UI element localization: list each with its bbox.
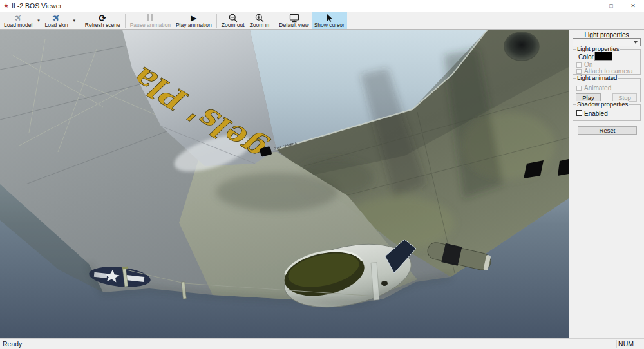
pause-animation-button: Pause animation	[128, 12, 173, 29]
default-view-button[interactable]: Default view	[276, 12, 311, 29]
animated-group-title: Light animated	[576, 75, 618, 81]
wing-root-shadow	[216, 173, 338, 211]
zoom-out-button[interactable]: Zoom out	[219, 12, 247, 29]
window-title: IL-2 BOS Viewer	[12, 2, 62, 10]
shadow-properties-group: Shadow properties Enabled	[573, 104, 641, 121]
load-model-button[interactable]: ✈ Load model	[1, 12, 35, 29]
shadow-enabled-label: Enabled	[584, 110, 608, 117]
fuselage-port	[381, 281, 388, 286]
statusbar: Ready NUM	[0, 338, 644, 349]
pause-icon	[146, 14, 154, 23]
app-icon: ★	[3, 3, 9, 9]
num-lock-indicator: NUM	[618, 340, 634, 348]
zoom-out-label: Zoom out	[222, 23, 245, 28]
play-animation-button[interactable]: ▶ Play animation	[173, 12, 214, 29]
shadow-enabled-checkbox[interactable]	[576, 110, 582, 116]
toolbar-separator	[125, 14, 126, 28]
toolbar-separator	[274, 14, 274, 28]
close-icon[interactable]: ✕	[622, 0, 644, 12]
default-view-label: Default view	[279, 23, 308, 28]
light-animated-group: Light animated Animated Play Stop	[573, 78, 641, 102]
window-controls: — □ ✕	[578, 0, 644, 12]
statusbar-divider	[616, 340, 617, 348]
chevron-down-icon	[634, 41, 638, 44]
titlebar: ★ IL-2 BOS Viewer — □ ✕	[0, 0, 644, 12]
model-viewport[interactable]: gels' Pla GUN CAMERA	[0, 30, 569, 338]
refresh-scene-label: Refresh scene	[85, 23, 120, 28]
zoom-in-icon	[255, 14, 264, 23]
viewport-scene: gels' Pla GUN CAMERA	[0, 30, 569, 338]
load-skin-button[interactable]: ✈ Load skin	[42, 12, 70, 29]
cursor-icon	[325, 14, 333, 23]
animated-label: Animated	[584, 84, 611, 91]
maximize-icon[interactable]: □	[600, 0, 622, 12]
animated-checkbox	[576, 86, 582, 91]
play-animation-label: Play animation	[176, 23, 212, 28]
shadow-group-title: Shadow properties	[576, 101, 629, 108]
attach-to-camera-checkbox	[576, 69, 582, 74]
zoom-out-icon	[229, 14, 238, 23]
main-area: gels' Pla GUN CAMERA	[0, 30, 644, 338]
zoom-in-button[interactable]: Zoom in	[247, 12, 272, 29]
load-model-dropdown-icon[interactable]: ▾	[35, 12, 42, 29]
light-properties-panel: Light properties Light properties Color …	[569, 30, 644, 338]
monitor-icon	[289, 14, 299, 23]
light-properties-group: Light properties Color On Attach to came…	[573, 49, 641, 75]
reset-button[interactable]: Reset	[578, 126, 637, 135]
show-cursor-button[interactable]: Show cursor	[312, 12, 347, 29]
light-color-swatch[interactable]	[594, 52, 612, 61]
show-cursor-label: Show cursor	[314, 23, 345, 28]
load-skin-dropdown-icon[interactable]: ▾	[71, 12, 78, 29]
pause-animation-label: Pause animation	[130, 23, 171, 28]
refresh-scene-button[interactable]: ⟳ Refresh scene	[82, 12, 123, 29]
toolbar-separator	[80, 14, 80, 28]
toolbar-separator	[216, 14, 217, 28]
color-label: Color	[578, 53, 594, 61]
play-icon: ▶	[191, 14, 196, 23]
minimize-icon[interactable]: —	[578, 0, 600, 12]
zoom-in-label: Zoom in	[250, 23, 270, 28]
toolbar: ✈ Load model ▾ ✈ Load skin ▾ ⟳ Refresh s…	[0, 12, 644, 30]
light-on-checkbox	[576, 62, 582, 68]
refresh-icon: ⟳	[99, 14, 106, 23]
turret-blister	[504, 32, 539, 61]
status-text: Ready	[3, 340, 22, 348]
